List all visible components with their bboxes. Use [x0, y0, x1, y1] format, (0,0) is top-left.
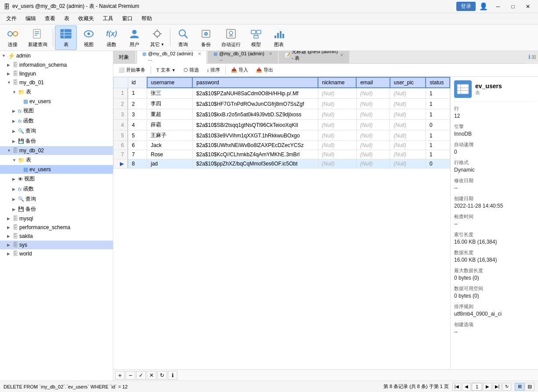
- cell-username[interactable]: 董超: [147, 109, 193, 120]
- cell-user_pic[interactable]: (Null): [390, 109, 426, 120]
- toolbar-new-query[interactable]: 新建查询: [25, 26, 51, 50]
- menu-view[interactable]: 查看: [40, 14, 60, 23]
- cell-username[interactable]: Jack: [147, 141, 193, 150]
- grid-button[interactable]: ⊞: [531, 54, 536, 60]
- minimize-button[interactable]: ─: [491, 2, 505, 11]
- cell-id[interactable]: 6: [128, 141, 147, 150]
- filter-button[interactable]: ⬡ 筛选: [180, 66, 202, 74]
- cell-email[interactable]: (Null): [356, 159, 390, 169]
- cell-id[interactable]: 2: [128, 99, 147, 109]
- cell-id[interactable]: 5: [128, 130, 147, 141]
- menu-favorites[interactable]: 收藏夹: [74, 14, 98, 23]
- col-header-id[interactable]: id: [128, 77, 147, 88]
- sidebar-item-my-db-01-queries[interactable]: ▶ 🔍 查询: [0, 126, 113, 136]
- sidebar-item-my-db-02-queries[interactable]: ▶ 🔍 查询: [0, 194, 113, 204]
- cell-username[interactable]: 王麻子: [147, 130, 193, 141]
- sidebar-item-sakila[interactable]: ▶ 🗄 sakila: [0, 232, 113, 241]
- sort-button[interactable]: ↕ 排序: [203, 66, 224, 74]
- cell-status[interactable]: 1: [426, 109, 450, 120]
- sidebar-item-my-db-01-ev-users[interactable]: ▶ ▦ ev_users: [0, 97, 113, 106]
- cell-status[interactable]: 1: [426, 88, 450, 99]
- cell-username[interactable]: 薛霸: [147, 120, 193, 130]
- maximize-button[interactable]: □: [506, 2, 520, 11]
- sidebar-item-my-db-02-backup[interactable]: ▶ 💾 备份: [0, 204, 113, 214]
- cell-id[interactable]: 1: [128, 88, 147, 99]
- cell-user_pic[interactable]: (Null): [390, 141, 426, 150]
- table-row[interactable]: 22李四$2a$10$HF7GTnPdROwJunCGfrj8mO7SsZgf(…: [114, 99, 450, 109]
- cell-user_pic[interactable]: (Null): [390, 159, 426, 169]
- cell-status[interactable]: 1: [426, 99, 450, 109]
- first-page-button[interactable]: |◀: [452, 383, 461, 391]
- cell-email[interactable]: (Null): [356, 109, 390, 120]
- cell-email[interactable]: (Null): [356, 150, 390, 159]
- toolbar-connect[interactable]: 连接: [2, 26, 24, 50]
- tab-untitled-test[interactable]: 📝 无标题 @test (admin) - 表 ✕: [279, 51, 349, 63]
- cell-user_pic[interactable]: (Null): [390, 150, 426, 159]
- sidebar-item-my-db-01-backup[interactable]: ▶ 💾 备份: [0, 136, 113, 146]
- form-view-button[interactable]: ▤: [525, 383, 534, 391]
- toolbar-function[interactable]: f(x) 函数: [101, 26, 123, 50]
- login-button[interactable]: 登录: [456, 2, 476, 11]
- begin-transaction-button[interactable]: ⬜ 开始事务: [115, 66, 149, 74]
- table-row[interactable]: 44薛霸$2a$10$SB/2tsqq1gtNsQTl96CkTeiooXqKI…: [114, 120, 450, 130]
- cell-status[interactable]: 0: [426, 159, 450, 169]
- sidebar-item-my-db-02-tables[interactable]: ▼ 📁 表: [0, 155, 113, 165]
- col-header-email[interactable]: email: [356, 77, 390, 88]
- cell-status[interactable]: 1: [426, 130, 450, 141]
- menu-tools[interactable]: 工具: [98, 14, 118, 23]
- cell-password[interactable]: $2a$10$PZaNUH8SaCdm0O8H/HHip.p/.Mf: [192, 88, 318, 99]
- cancel-button[interactable]: ✕: [147, 371, 156, 380]
- last-page-button[interactable]: ▶|: [493, 383, 502, 391]
- sidebar-item-sys[interactable]: ▶ 🗄 sys: [0, 241, 113, 249]
- cell-nickname[interactable]: (Null): [318, 88, 356, 99]
- col-header-username[interactable]: username: [147, 77, 193, 88]
- cell-email[interactable]: (Null): [356, 120, 390, 130]
- table-row[interactable]: 33董超$2a$10$kxB.r2o5n5at0k49J9vbD.SZ9djlx…: [114, 109, 450, 120]
- add-row-button[interactable]: +: [115, 371, 125, 380]
- toolbar-chart[interactable]: 图表: [268, 26, 290, 50]
- page-number-input[interactable]: [472, 383, 482, 391]
- cell-email[interactable]: (Null): [356, 130, 390, 141]
- sidebar-item-performance-schema[interactable]: ▶ 🗄 performance_schema: [0, 223, 113, 232]
- sidebar-item-my-db-02-views[interactable]: ▶ 👁 视图: [0, 174, 113, 184]
- cell-username[interactable]: Rose: [147, 150, 193, 159]
- sidebar-item-admin[interactable]: ▼ ⚡ admin: [0, 51, 113, 61]
- table-row[interactable]: 55王麻子$2a$10$3e9VVihm1qXXGT.1hRkkwuBOxgo(…: [114, 130, 450, 141]
- prev-page-button[interactable]: ◀: [462, 383, 471, 391]
- cell-password[interactable]: $2a$10$SB/2tsqq1gtNsQTl96CkTeiooXqKII: [192, 120, 318, 130]
- cell-email[interactable]: (Null): [356, 88, 390, 99]
- tab-object[interactable]: 对象: [113, 51, 135, 63]
- text-button[interactable]: T 文本 ▼: [153, 66, 179, 74]
- cell-username[interactable]: jad: [147, 159, 193, 169]
- refresh-page-button[interactable]: ↻: [502, 383, 511, 391]
- cell-status[interactable]: 1: [426, 141, 450, 150]
- col-header-nickname[interactable]: nickname: [318, 77, 356, 88]
- close-button[interactable]: ✕: [521, 2, 534, 11]
- toolbar-table[interactable]: 表: [55, 25, 77, 50]
- sidebar-item-my-db-01-views[interactable]: ▶ fx 视图: [0, 106, 113, 116]
- menu-window[interactable]: 窗口: [118, 14, 137, 23]
- cell-user_pic[interactable]: (Null): [390, 130, 426, 141]
- cell-password[interactable]: $2a$10$ppZhXZ/bqCqMmof3es6OF.ic5Obt: [192, 159, 318, 169]
- toolbar-auto-run[interactable]: 自动运行: [218, 26, 244, 50]
- sidebar-item-info-schema[interactable]: ▶ 🗄 information_schema: [0, 61, 113, 69]
- cell-nickname[interactable]: (Null): [318, 120, 356, 130]
- toolbar-model[interactable]: 模型: [245, 26, 267, 50]
- cell-nickname[interactable]: (Null): [318, 141, 356, 150]
- sidebar-item-my-db-02-ev-users[interactable]: ▶ ▦ ev_users: [0, 165, 113, 174]
- col-header-status[interactable]: status: [426, 77, 450, 88]
- next-page-button[interactable]: ▶: [483, 383, 492, 391]
- cell-status[interactable]: 0: [426, 120, 450, 130]
- cell-id[interactable]: 7: [128, 150, 147, 159]
- refresh-button[interactable]: ↻: [157, 371, 167, 380]
- cell-password[interactable]: $2a$10$kxB.r2o5n5at0k49J9vbD.SZ9djlxoss: [192, 109, 318, 120]
- tab-close-3[interactable]: ✕: [340, 53, 343, 58]
- cell-password[interactable]: $2a$10$HF7GTnPdROwJunCGfrj8mO7SsZgf: [192, 99, 318, 109]
- table-container[interactable]: id username password nickname email user…: [113, 77, 450, 369]
- toolbar-other[interactable]: 其它 ▼: [146, 26, 168, 50]
- import-button[interactable]: 📥 导入: [227, 66, 252, 74]
- menu-table[interactable]: 表: [60, 14, 74, 23]
- toolbar-view[interactable]: 视图: [78, 26, 100, 50]
- menu-edit[interactable]: 编辑: [21, 14, 40, 23]
- sidebar-item-my-db-02-functions[interactable]: ▶ fx 函数: [0, 184, 113, 194]
